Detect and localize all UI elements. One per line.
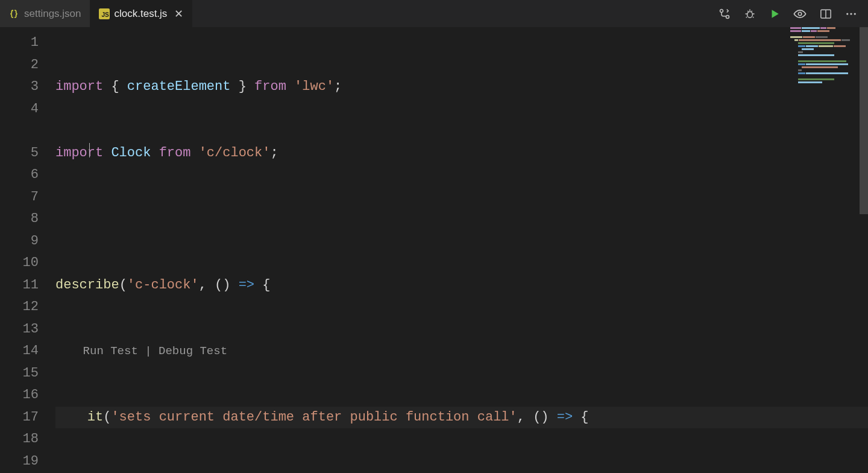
code-line: import { createElement } from 'lwc'; [55, 76, 868, 98]
close-icon[interactable]: ✕ [174, 7, 183, 21]
line-number: 14 [0, 340, 39, 363]
editor-area[interactable]: 1 2 3 4 5 6 7 8 9 10 11 12 13 14 15 16 1… [0, 27, 868, 473]
line-number: 13 [0, 319, 39, 341]
title-actions [719, 0, 868, 27]
line-number: 1 [0, 32, 39, 54]
svg-text:JS: JS [101, 11, 109, 17]
svg-point-4 [747, 11, 753, 17]
line-number [0, 120, 39, 142]
tab-label: settings.json [24, 8, 81, 20]
line-number: 4 [0, 98, 39, 121]
svg-point-5 [798, 12, 802, 16]
svg-point-10 [854, 13, 856, 14]
svg-point-2 [720, 9, 723, 12]
tab-settings-json[interactable]: settings.json [0, 0, 90, 27]
line-number: 8 [0, 208, 39, 230]
codelens-run-test[interactable]: Run Test [83, 344, 138, 358]
codelens-row: Run Test | Debug Test [55, 340, 868, 363]
tab-label: clock.test.js [115, 8, 168, 20]
line-number: 12 [0, 296, 39, 319]
line-number: 15 [0, 363, 39, 385]
text-cursor-icon [89, 143, 90, 157]
svg-point-8 [846, 13, 848, 14]
code-line: import Clock from 'c/clock'; [55, 142, 868, 165]
line-number: 7 [0, 186, 39, 209]
line-number: 3 [0, 76, 39, 98]
line-number: 11 [0, 275, 39, 297]
code-line [55, 208, 868, 230]
vertical-scrollbar[interactable] [860, 27, 868, 473]
line-number: 16 [0, 384, 39, 407]
play-icon[interactable] [769, 8, 780, 19]
codelens-debug-test[interactable]: Debug Test [159, 344, 227, 358]
code-line: it('sets current date/time after public … [55, 407, 868, 429]
line-number: 9 [0, 230, 39, 253]
editor-tab-bar: settings.json JS clock.test.js ✕ [0, 0, 868, 27]
split-editor-icon[interactable] [820, 8, 832, 20]
tab-clock-test-js[interactable]: JS clock.test.js ✕ [90, 0, 193, 27]
tabs-container: settings.json JS clock.test.js ✕ [0, 0, 192, 27]
line-number: 2 [0, 54, 39, 77]
compare-changes-icon[interactable] [719, 8, 731, 20]
line-number: 5 [0, 142, 39, 165]
svg-point-9 [850, 13, 852, 14]
code-content[interactable]: import { createElement } from 'lwc'; imp… [55, 27, 868, 473]
braces-icon [8, 8, 19, 19]
code-line: describe('c-clock', () => { [55, 275, 868, 297]
line-number: 6 [0, 164, 39, 186]
line-number: 17 [0, 407, 39, 429]
line-number: 18 [0, 428, 39, 451]
bug-icon[interactable] [744, 8, 756, 20]
js-icon: JS [99, 8, 110, 19]
line-number: 19 [0, 451, 39, 473]
line-number: 10 [0, 252, 39, 275]
eye-icon[interactable] [793, 7, 807, 21]
line-number-gutter: 1 2 3 4 5 6 7 8 9 10 11 12 13 14 15 16 1… [0, 27, 55, 473]
scrollbar-thumb[interactable] [860, 27, 868, 214]
more-icon[interactable] [845, 8, 857, 20]
svg-point-3 [726, 15, 729, 18]
